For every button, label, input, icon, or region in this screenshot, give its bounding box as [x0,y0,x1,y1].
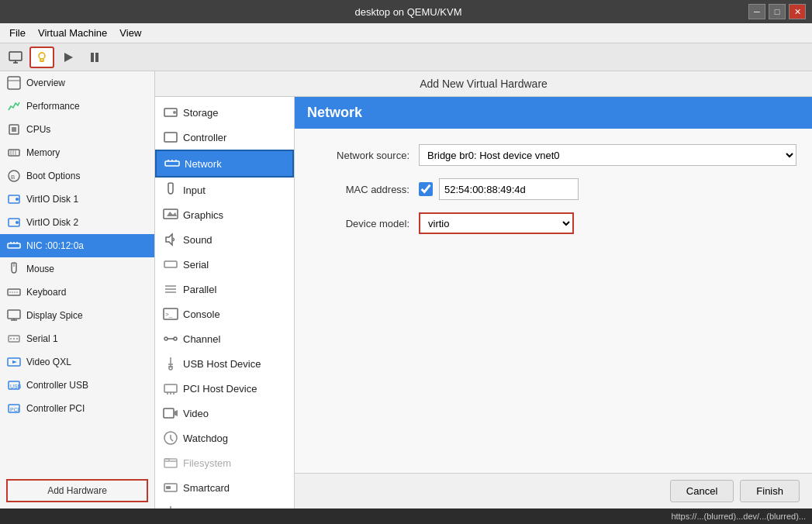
graphics-hw-icon [163,207,178,222]
hw-list-item-storage[interactable]: Storage [155,100,294,125]
sidebar-item-overview[interactable]: Overview [0,71,154,95]
boot-icon: B [6,168,22,184]
disk1-icon [6,191,22,207]
mac-checkbox[interactable] [419,182,433,196]
svg-marker-54 [166,234,172,245]
hw-list-item-smartcard[interactable]: Smartcard [155,475,294,500]
device-model-control: virtio [419,212,796,234]
play-button[interactable] [56,47,81,68]
hw-list-item-input[interactable]: Input [155,178,294,202]
watchdog-icon [163,430,178,446]
svg-marker-53 [167,212,177,216]
sidebar-item-controller-usb[interactable]: USB Controller USB [0,374,154,397]
menu-virtual-machine[interactable]: Virtual Machine [32,26,113,40]
sidebar-item-memory[interactable]: Memory [0,141,154,164]
network-source-select[interactable]: Bridge br0: Host device vnet0 [419,144,796,166]
sidebar-item-performance[interactable]: Performance [0,95,154,118]
svg-rect-74 [164,459,177,467]
network-source-row: Network source: Bridge br0: Host device … [310,144,796,166]
close-button[interactable]: ✕ [789,4,806,19]
svg-rect-48 [165,161,179,166]
minimize-button[interactable]: ─ [748,4,765,19]
bulb-icon [34,50,50,65]
hw-type-list: Storage Controller Network [155,97,295,508]
sidebar-item-cpus[interactable]: CPUs [0,118,154,141]
input-hw-icon [163,182,178,198]
maximize-button[interactable]: □ [769,4,786,19]
channel-hw-icon [163,331,178,346]
panel-body: Network source: Bridge br0: Host device … [295,129,812,473]
controller-pci-icon: PCI [6,401,22,416]
hw-list-item-channel[interactable]: Channel [155,326,294,351]
smartcard-icon [163,480,178,495]
bulb-button[interactable] [29,47,54,68]
sidebar-item-keyboard[interactable]: Keyboard [0,281,154,304]
svg-point-46 [173,111,176,114]
hw-list-item-parallel[interactable]: Parallel [155,277,294,302]
sidebar-item-video-qxl[interactable]: Video QXL [0,350,154,374]
sidebar-item-mouse[interactable]: Mouse [0,257,154,281]
cpu-icon [6,122,22,137]
usb-host-icon [163,356,178,371]
svg-point-36 [10,338,12,340]
hw-list-item-controller[interactable]: Controller [155,125,294,150]
svg-rect-12 [9,150,19,156]
finish-button[interactable]: Finish [740,480,800,502]
pause-button[interactable] [82,47,107,68]
mac-input[interactable] [439,178,579,200]
svg-point-62 [174,337,177,340]
svg-rect-69 [164,409,174,418]
cancel-button[interactable]: Cancel [670,480,734,502]
menu-view[interactable]: View [113,26,147,40]
dialog-title: Add New Virtual Hardware [155,71,812,97]
sidebar-item-boot-options[interactable]: B Boot Options [0,164,154,188]
sidebar-item-disk2[interactable]: VirtIO Disk 2 [0,211,154,234]
svg-rect-0 [9,52,22,60]
hw-list-item-usb-host[interactable]: USB Host Device [155,351,294,376]
menu-file[interactable]: File [3,26,32,40]
svg-point-61 [164,337,168,340]
sound-hw-icon [163,232,178,247]
hw-list-item-graphics[interactable]: Graphics [155,202,294,227]
video-qxl-icon [6,354,22,370]
svg-line-73 [171,439,173,441]
svg-rect-55 [164,261,177,267]
sidebar-item-nic[interactable]: NIC :00:12:0a [0,234,154,257]
monitor-button[interactable] [3,47,28,68]
svg-rect-11 [12,127,16,132]
svg-point-19 [16,198,19,201]
hw-list-item-video[interactable]: Video [155,401,294,426]
hw-list-item-watchdog[interactable]: Watchdog [155,426,294,450]
toolbar [0,43,812,71]
svg-marker-5 [64,53,73,62]
sidebar-item-serial1[interactable]: Serial 1 [0,327,154,350]
svg-text:USB: USB [10,384,21,389]
svg-point-38 [16,338,18,340]
overview-icon [6,75,22,91]
title-bar: desktop on QEMU/KVM ─ □ ✕ [0,0,812,23]
sidebar-item-display-spice[interactable]: Display Spice [0,304,154,327]
device-model-select[interactable]: virtio [419,212,574,234]
dialog-bottom-bar: Cancel Finish [295,473,812,508]
display-icon [6,308,22,323]
hw-list-item-sound[interactable]: Sound [155,227,294,252]
svg-rect-32 [8,310,20,319]
performance-icon [6,98,22,114]
serial-hw-icon [163,257,178,272]
hw-list-item-pci-host[interactable]: PCI Host Device [155,376,294,401]
memory-icon [6,145,22,160]
hw-list-item-serial[interactable]: Serial [155,252,294,277]
status-bar: https://...(blurred)...dev/...(blurred).… [0,508,812,524]
mac-address-control [419,178,796,200]
sidebar-item-controller-pci[interactable]: PCI Controller PCI [0,397,154,420]
menu-bar: File Virtual Machine View [0,23,812,43]
network-source-control: Bridge br0: Host device vnet0 [419,144,796,166]
window-title: desktop on QEMU/KVM [68,6,748,18]
hw-list-item-console[interactable]: >_ Console [155,302,294,326]
add-hardware-button[interactable]: Add Hardware [6,479,148,502]
hw-list-item-network[interactable]: Network [155,150,294,178]
console-hw-icon: >_ [163,306,178,322]
play-icon [60,50,76,65]
hw-list-item-usb-redir[interactable]: USB Redirection [155,500,294,508]
sidebar-item-disk1[interactable]: VirtIO Disk 1 [0,188,154,211]
